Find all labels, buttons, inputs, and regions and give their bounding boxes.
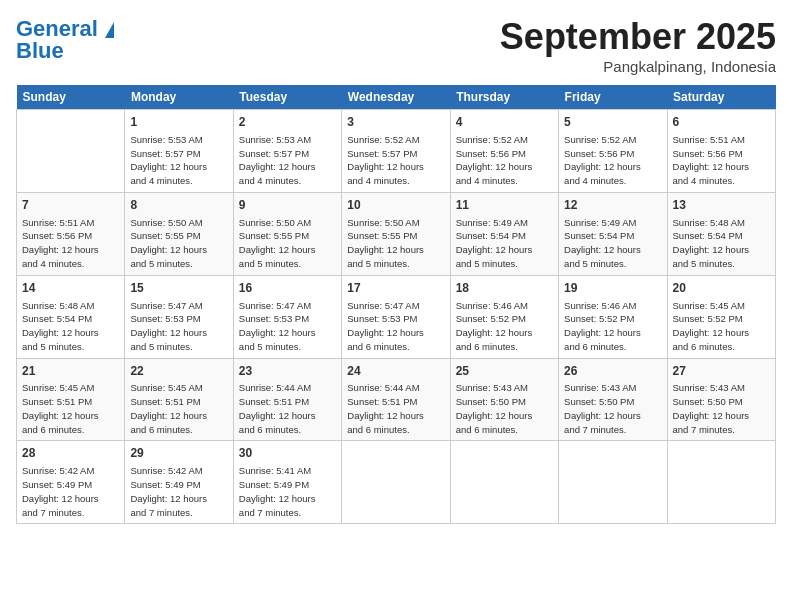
day-info: Sunrise: 5:51 AM Sunset: 5:56 PM Dayligh…: [673, 133, 770, 188]
day-info: Sunrise: 5:46 AM Sunset: 5:52 PM Dayligh…: [564, 299, 661, 354]
calendar-cell: 9Sunrise: 5:50 AM Sunset: 5:55 PM Daylig…: [233, 192, 341, 275]
calendar-cell: 16Sunrise: 5:47 AM Sunset: 5:53 PM Dayli…: [233, 275, 341, 358]
calendar-cell: 25Sunrise: 5:43 AM Sunset: 5:50 PM Dayli…: [450, 358, 558, 441]
day-number: 19: [564, 280, 661, 297]
day-info: Sunrise: 5:47 AM Sunset: 5:53 PM Dayligh…: [130, 299, 227, 354]
title-area: September 2025 Pangkalpinang, Indonesia: [500, 16, 776, 75]
calendar-cell: 1Sunrise: 5:53 AM Sunset: 5:57 PM Daylig…: [125, 110, 233, 193]
calendar-cell: 28Sunrise: 5:42 AM Sunset: 5:49 PM Dayli…: [17, 441, 125, 524]
day-info: Sunrise: 5:44 AM Sunset: 5:51 PM Dayligh…: [239, 381, 336, 436]
day-info: Sunrise: 5:48 AM Sunset: 5:54 PM Dayligh…: [22, 299, 119, 354]
day-number: 29: [130, 445, 227, 462]
day-number: 3: [347, 114, 444, 131]
day-number: 8: [130, 197, 227, 214]
calendar-cell: 27Sunrise: 5:43 AM Sunset: 5:50 PM Dayli…: [667, 358, 775, 441]
calendar-cell: [17, 110, 125, 193]
calendar-cell: 12Sunrise: 5:49 AM Sunset: 5:54 PM Dayli…: [559, 192, 667, 275]
calendar-cell: 6Sunrise: 5:51 AM Sunset: 5:56 PM Daylig…: [667, 110, 775, 193]
calendar-row: 28Sunrise: 5:42 AM Sunset: 5:49 PM Dayli…: [17, 441, 776, 524]
day-info: Sunrise: 5:47 AM Sunset: 5:53 PM Dayligh…: [347, 299, 444, 354]
day-number: 21: [22, 363, 119, 380]
header-day: Tuesday: [233, 85, 341, 110]
calendar-table: SundayMondayTuesdayWednesdayThursdayFrid…: [16, 85, 776, 524]
day-info: Sunrise: 5:43 AM Sunset: 5:50 PM Dayligh…: [673, 381, 770, 436]
calendar-cell: 19Sunrise: 5:46 AM Sunset: 5:52 PM Dayli…: [559, 275, 667, 358]
day-number: 30: [239, 445, 336, 462]
calendar-cell: 11Sunrise: 5:49 AM Sunset: 5:54 PM Dayli…: [450, 192, 558, 275]
header-day: Saturday: [667, 85, 775, 110]
header-row: SundayMondayTuesdayWednesdayThursdayFrid…: [17, 85, 776, 110]
day-number: 5: [564, 114, 661, 131]
calendar-cell: [450, 441, 558, 524]
calendar-cell: 18Sunrise: 5:46 AM Sunset: 5:52 PM Dayli…: [450, 275, 558, 358]
day-info: Sunrise: 5:46 AM Sunset: 5:52 PM Dayligh…: [456, 299, 553, 354]
day-info: Sunrise: 5:52 AM Sunset: 5:57 PM Dayligh…: [347, 133, 444, 188]
day-info: Sunrise: 5:53 AM Sunset: 5:57 PM Dayligh…: [130, 133, 227, 188]
day-number: 25: [456, 363, 553, 380]
day-info: Sunrise: 5:52 AM Sunset: 5:56 PM Dayligh…: [456, 133, 553, 188]
header-day: Thursday: [450, 85, 558, 110]
calendar-row: 21Sunrise: 5:45 AM Sunset: 5:51 PM Dayli…: [17, 358, 776, 441]
day-info: Sunrise: 5:45 AM Sunset: 5:51 PM Dayligh…: [22, 381, 119, 436]
day-info: Sunrise: 5:49 AM Sunset: 5:54 PM Dayligh…: [564, 216, 661, 271]
calendar-cell: 4Sunrise: 5:52 AM Sunset: 5:56 PM Daylig…: [450, 110, 558, 193]
calendar-cell: [342, 441, 450, 524]
calendar-cell: 20Sunrise: 5:45 AM Sunset: 5:52 PM Dayli…: [667, 275, 775, 358]
day-number: 11: [456, 197, 553, 214]
day-info: Sunrise: 5:52 AM Sunset: 5:56 PM Dayligh…: [564, 133, 661, 188]
day-number: 14: [22, 280, 119, 297]
calendar-cell: 8Sunrise: 5:50 AM Sunset: 5:55 PM Daylig…: [125, 192, 233, 275]
day-number: 17: [347, 280, 444, 297]
day-number: 9: [239, 197, 336, 214]
day-number: 15: [130, 280, 227, 297]
calendar-row: 7Sunrise: 5:51 AM Sunset: 5:56 PM Daylig…: [17, 192, 776, 275]
day-number: 22: [130, 363, 227, 380]
day-info: Sunrise: 5:45 AM Sunset: 5:52 PM Dayligh…: [673, 299, 770, 354]
calendar-cell: 3Sunrise: 5:52 AM Sunset: 5:57 PM Daylig…: [342, 110, 450, 193]
day-number: 18: [456, 280, 553, 297]
header-day: Wednesday: [342, 85, 450, 110]
day-info: Sunrise: 5:53 AM Sunset: 5:57 PM Dayligh…: [239, 133, 336, 188]
calendar-cell: 7Sunrise: 5:51 AM Sunset: 5:56 PM Daylig…: [17, 192, 125, 275]
header-day: Monday: [125, 85, 233, 110]
day-number: 4: [456, 114, 553, 131]
calendar-row: 1Sunrise: 5:53 AM Sunset: 5:57 PM Daylig…: [17, 110, 776, 193]
day-info: Sunrise: 5:43 AM Sunset: 5:50 PM Dayligh…: [564, 381, 661, 436]
page-header: General Blue September 2025 Pangkalpinan…: [16, 16, 776, 75]
day-number: 6: [673, 114, 770, 131]
day-number: 24: [347, 363, 444, 380]
calendar-cell: 22Sunrise: 5:45 AM Sunset: 5:51 PM Dayli…: [125, 358, 233, 441]
calendar-row: 14Sunrise: 5:48 AM Sunset: 5:54 PM Dayli…: [17, 275, 776, 358]
day-info: Sunrise: 5:42 AM Sunset: 5:49 PM Dayligh…: [22, 464, 119, 519]
calendar-cell: 29Sunrise: 5:42 AM Sunset: 5:49 PM Dayli…: [125, 441, 233, 524]
header-day: Sunday: [17, 85, 125, 110]
calendar-cell: 5Sunrise: 5:52 AM Sunset: 5:56 PM Daylig…: [559, 110, 667, 193]
location-subtitle: Pangkalpinang, Indonesia: [500, 58, 776, 75]
day-number: 20: [673, 280, 770, 297]
day-number: 12: [564, 197, 661, 214]
day-info: Sunrise: 5:41 AM Sunset: 5:49 PM Dayligh…: [239, 464, 336, 519]
day-number: 1: [130, 114, 227, 131]
day-number: 27: [673, 363, 770, 380]
month-title: September 2025: [500, 16, 776, 58]
day-info: Sunrise: 5:48 AM Sunset: 5:54 PM Dayligh…: [673, 216, 770, 271]
calendar-cell: 15Sunrise: 5:47 AM Sunset: 5:53 PM Dayli…: [125, 275, 233, 358]
day-info: Sunrise: 5:47 AM Sunset: 5:53 PM Dayligh…: [239, 299, 336, 354]
day-number: 26: [564, 363, 661, 380]
day-info: Sunrise: 5:50 AM Sunset: 5:55 PM Dayligh…: [347, 216, 444, 271]
calendar-cell: 21Sunrise: 5:45 AM Sunset: 5:51 PM Dayli…: [17, 358, 125, 441]
header-day: Friday: [559, 85, 667, 110]
logo-blue: Blue: [16, 38, 64, 64]
day-number: 16: [239, 280, 336, 297]
calendar-cell: 13Sunrise: 5:48 AM Sunset: 5:54 PM Dayli…: [667, 192, 775, 275]
calendar-cell: 14Sunrise: 5:48 AM Sunset: 5:54 PM Dayli…: [17, 275, 125, 358]
day-info: Sunrise: 5:44 AM Sunset: 5:51 PM Dayligh…: [347, 381, 444, 436]
day-number: 7: [22, 197, 119, 214]
day-info: Sunrise: 5:42 AM Sunset: 5:49 PM Dayligh…: [130, 464, 227, 519]
logo: General Blue: [16, 16, 114, 64]
day-number: 10: [347, 197, 444, 214]
calendar-cell: 24Sunrise: 5:44 AM Sunset: 5:51 PM Dayli…: [342, 358, 450, 441]
calendar-cell: [667, 441, 775, 524]
calendar-cell: 10Sunrise: 5:50 AM Sunset: 5:55 PM Dayli…: [342, 192, 450, 275]
calendar-cell: [559, 441, 667, 524]
